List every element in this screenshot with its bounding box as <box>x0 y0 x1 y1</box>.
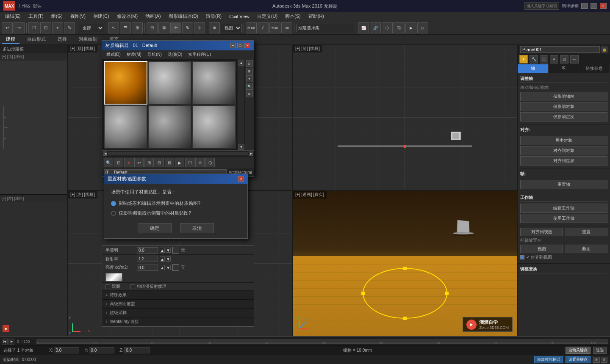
align-to-object-btn[interactable]: 对齐到对象 <box>520 146 607 155</box>
reset-axis-btn[interactable]: 重置轴 <box>520 180 607 189</box>
subtab-object-paint[interactable]: 对象绘制 <box>75 35 102 44</box>
rough-diffuse-checkbox[interactable] <box>130 284 135 289</box>
align-btn[interactable]: ⊠ <box>158 22 169 33</box>
undo-btn[interactable]: ↩ <box>2 22 13 33</box>
spinner-snap-btn[interactable]: ↕⊕ <box>281 22 292 33</box>
add-time-tag-btn[interactable]: 添加时间标记 <box>534 356 563 363</box>
angle-snap-btn[interactable]: ∠ <box>258 22 269 33</box>
refraction-arrow-down[interactable]: ▼ <box>166 256 171 262</box>
named-selection-input[interactable] <box>296 24 354 32</box>
affect-hierarchy-btn[interactable]: 仅影响层次 <box>520 112 607 121</box>
menu-tools[interactable]: 工具(T) <box>25 12 47 20</box>
menu-customize[interactable]: 自定义(U) <box>254 12 281 20</box>
mat-tb-1[interactable]: 🔍 <box>104 158 113 167</box>
status-icon-2[interactable]: ⊟ <box>601 357 607 363</box>
schematic-btn[interactable]: 🔗 <box>370 22 381 33</box>
mat-tb-3[interactable]: ↩ <box>134 158 144 167</box>
refraction-arrow-up[interactable]: ▲ <box>160 256 165 262</box>
align-to-world-btn[interactable]: 对齐到世界 <box>520 156 607 165</box>
dup-cancel-btn[interactable]: 取消 <box>180 223 214 233</box>
mat-scroll-up-btn[interactable]: ▲ <box>238 60 244 66</box>
set-key-btn[interactable]: 设置关键点 <box>566 356 591 363</box>
special-effects-section[interactable]: + 特殊效果 <box>102 291 254 300</box>
menu-view[interactable]: 视图(V) <box>67 12 89 20</box>
dup-radio-1[interactable] <box>111 201 116 206</box>
select-region-btn[interactable]: ⊡ <box>40 22 51 33</box>
mat-sample-1[interactable] <box>104 61 147 105</box>
subtab-freeform[interactable]: 自由形式 <box>23 35 50 44</box>
lock-btn[interactable]: 🔒 <box>602 47 607 52</box>
menu-civil-view[interactable]: Civil View <box>226 13 252 20</box>
tab-link-info[interactable]: 链接信息 <box>579 64 610 73</box>
supersampling-section[interactable]: + 超级采样 <box>102 309 254 317</box>
filter-dropdown[interactable]: 全部 <box>79 24 104 32</box>
menu-edit[interactable]: 编辑(E) <box>2 12 24 20</box>
panel-icon-3[interactable]: ☐ <box>540 55 548 63</box>
mat-tb-6[interactable]: ⊠ <box>165 158 174 167</box>
percent-snap-btn[interactable]: %⊕ <box>269 22 280 33</box>
menu-script[interactable]: 脚本(S) <box>282 12 304 20</box>
brightness-arrow-down[interactable]: ▼ <box>166 265 171 270</box>
mat-vt-btn-1[interactable]: ⊡ <box>246 60 253 67</box>
mat-tb-delete[interactable]: ✕ <box>124 158 133 167</box>
material-btn[interactable]: ⬡ <box>382 22 393 33</box>
translucency-arrow-down[interactable]: ▼ <box>166 248 171 253</box>
scale-btn[interactable]: ⊹ <box>194 22 205 33</box>
mental-ray-section[interactable]: + mental ray 连接 <box>102 317 254 326</box>
mat-close-btn[interactable]: ✕ <box>244 43 250 48</box>
center-to-object-btn[interactable]: 居中对象 <box>520 136 607 145</box>
tab-axis[interactable]: 轴 <box>518 64 549 73</box>
viewport-perspective[interactable]: [+] [透视] [真实] <box>293 191 517 336</box>
mat-tb-9[interactable]: ⊛ <box>195 158 205 167</box>
mat-sample-5[interactable] <box>148 105 192 149</box>
mat-scroll-h[interactable]: ◀ ▶ <box>102 150 254 156</box>
menu-create[interactable]: 创建(C) <box>90 12 112 20</box>
prop-refraction-input[interactable] <box>137 256 158 262</box>
render-setup-btn[interactable]: 🎬 <box>394 22 405 33</box>
menu-group[interactable]: 组(G) <box>48 12 66 20</box>
lasso-select-btn[interactable]: ⌖ <box>52 22 63 33</box>
double-face-checkbox[interactable] <box>105 284 110 289</box>
prop-translucency-input[interactable] <box>137 247 158 254</box>
subtab-selection[interactable]: 选择 <box>53 35 71 44</box>
view-coord-dropdown[interactable]: 视图 <box>221 24 242 32</box>
render-prod-btn[interactable]: ▷ <box>417 22 428 33</box>
move-btn[interactable]: ✛ <box>170 22 181 33</box>
x-input[interactable] <box>54 347 79 353</box>
translucency-color[interactable] <box>172 247 179 254</box>
affect-object-btn[interactable]: 仅影响对象 <box>520 102 607 111</box>
panel-icon-1[interactable]: ☀ <box>519 55 528 63</box>
tab-ik[interactable]: IK <box>549 64 580 73</box>
select-filter-btn[interactable]: ⊞ <box>132 22 143 33</box>
mat-menu-utilities[interactable]: 实用程序(U) <box>186 51 214 58</box>
mat-sample-3[interactable] <box>192 61 236 105</box>
minimize-btn[interactable]: − <box>581 3 588 9</box>
menu-modifier[interactable]: 修改器(M) <box>114 12 141 20</box>
advanced-lighting-section[interactable]: + 高级照明覆盖 <box>102 300 254 309</box>
mat-tb-7[interactable]: ▶ <box>175 158 184 167</box>
close-btn[interactable]: ✕ <box>600 3 607 9</box>
mat-scroll-left-btn[interactable]: ◀ <box>103 152 107 156</box>
mat-tb-10[interactable]: ⬡ <box>205 158 215 167</box>
y-input[interactable] <box>89 347 114 353</box>
panel-icon-2[interactable]: 🔧 <box>530 55 538 63</box>
brightness-arrow-up[interactable]: ▲ <box>160 265 165 270</box>
dup-radio-2[interactable] <box>111 211 116 216</box>
panel-icon-5[interactable]: ⊡ <box>560 55 568 63</box>
panel-icon-6[interactable]: ↔ <box>570 55 579 63</box>
mat-tb-5[interactable]: ⊟ <box>155 158 164 167</box>
rotate-btn[interactable]: ↻ <box>182 22 193 33</box>
use-work-axis-btn[interactable]: 使用工作轴 <box>520 214 607 223</box>
select-btn[interactable]: ↖ <box>108 22 119 33</box>
z-input[interactable] <box>124 347 150 353</box>
prop-brightness-input[interactable] <box>137 265 158 271</box>
mat-vt-btn-5[interactable]: ⊕ <box>246 91 253 97</box>
mat-menu-mode[interactable]: 模式(D) <box>104 51 123 58</box>
menu-help[interactable]: 帮助(H) <box>305 12 327 20</box>
paint-select-btn[interactable]: ✎ <box>64 22 75 33</box>
3d-snap-btn[interactable]: 3D⊕ <box>246 22 257 33</box>
redo-btn[interactable]: ↪ <box>14 22 25 33</box>
edit-work-axis-btn[interactable]: 编辑工作轴 <box>520 204 607 213</box>
pivot-btn[interactable]: ⊕ <box>209 22 220 33</box>
affect-pivot-btn[interactable]: 仅影响轴向 <box>520 92 607 101</box>
